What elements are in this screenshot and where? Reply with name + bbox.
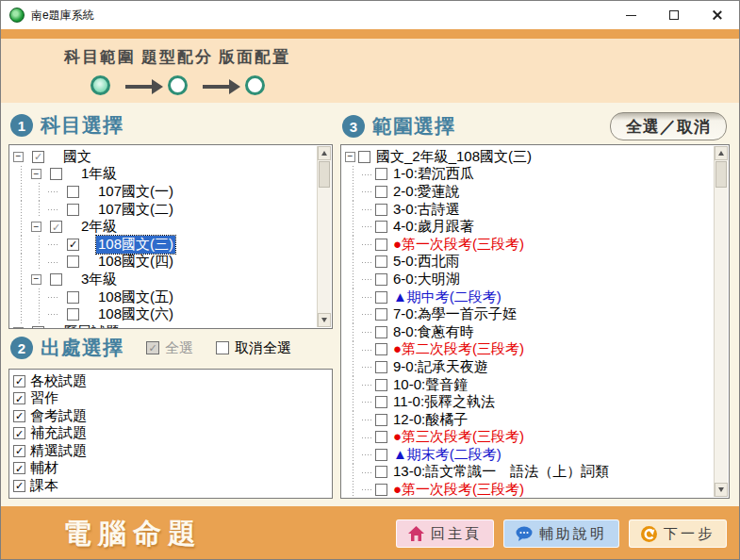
tree-node-row[interactable]: 107國文(二) — [12, 201, 317, 219]
tree-node-label[interactable]: 2年級 — [79, 218, 119, 236]
list-item-label[interactable]: 會考試題 — [30, 407, 87, 425]
tree-node-row[interactable]: 10-0:聲音鐘 — [344, 376, 714, 394]
tree-node-label[interactable]: ▲期中考(二段考) — [391, 288, 503, 306]
list-item[interactable]: ✓習作 — [13, 390, 328, 408]
checkbox-icon[interactable] — [375, 255, 387, 268]
checkbox-icon[interactable] — [50, 273, 62, 286]
list-item[interactable]: ✓補充試題 — [13, 425, 328, 443]
list-item-label[interactable]: 精選試題 — [30, 442, 87, 460]
list-item[interactable]: ✓各校試題 — [13, 372, 328, 390]
collapse-icon[interactable]: − — [31, 169, 41, 179]
checkbox-icon[interactable] — [375, 343, 387, 355]
tree-node-row[interactable]: 8-0:食蔥有時 — [344, 323, 714, 341]
checkbox-icon[interactable] — [375, 361, 387, 373]
tree-node-row[interactable]: ●第二次段考(三段考) — [344, 341, 714, 359]
checkbox-icon[interactable] — [358, 151, 370, 163]
checkbox-icon[interactable] — [50, 168, 62, 180]
checkbox-icon[interactable] — [375, 414, 387, 426]
checkbox-icon[interactable]: ✓ — [13, 427, 25, 439]
checkbox-icon[interactable] — [375, 239, 387, 251]
checkbox-icon[interactable] — [375, 291, 387, 304]
checkbox-icon[interactable]: ✓ — [13, 462, 25, 474]
close-button[interactable] — [696, 1, 739, 29]
tree-node-label[interactable]: 5-0:西北雨 — [391, 253, 462, 271]
tree-node-row[interactable]: 107國文(一) — [12, 183, 317, 201]
list-item[interactable]: ✓課本 — [13, 477, 328, 495]
minimize-button[interactable] — [609, 1, 652, 29]
collapse-icon[interactable]: − — [13, 152, 24, 162]
list-item-label[interactable]: 輔材 — [30, 459, 58, 477]
checkbox-icon[interactable] — [375, 186, 387, 198]
checkbox-icon[interactable]: ✓ — [32, 151, 44, 163]
tree-node-label[interactable]: 11-0:張釋之執法 — [391, 393, 497, 411]
tree-node-label[interactable]: ●第一次段考(三段考) — [391, 236, 526, 254]
checkbox-icon[interactable]: ✓ — [13, 445, 25, 457]
list-item-label[interactable]: 各校試題 — [30, 372, 87, 390]
deselect-all-checkbox[interactable]: 取消全選 — [216, 339, 291, 357]
tree-node-row[interactable]: ●第三次段考(三段考) — [344, 429, 714, 447]
tree-node-row[interactable]: −✓國文 — [12, 148, 317, 166]
tree-node-label[interactable]: 1-0:碧沉西瓜 — [391, 165, 476, 183]
checkbox-icon[interactable] — [375, 308, 387, 321]
checkbox-icon[interactable] — [375, 221, 387, 233]
maximize-button[interactable] — [652, 1, 696, 29]
tree-node-row[interactable]: 2-0:愛蓮說 — [344, 183, 714, 201]
checkbox-icon[interactable] — [375, 396, 387, 408]
tree-node-label[interactable]: 1年級 — [79, 165, 119, 183]
tree-node-label[interactable]: 107國文(一) — [96, 183, 175, 201]
tree-node-label[interactable]: 國文_2年級_108國文(三) — [374, 148, 534, 166]
tree-node-row[interactable]: −3年級 — [12, 271, 317, 288]
checkbox-icon[interactable] — [375, 466, 387, 478]
home-button[interactable]: 回主頁 — [396, 519, 494, 548]
tree-node-row[interactable]: ✓108國文(三) — [12, 236, 317, 254]
checkbox-icon[interactable] — [67, 308, 79, 321]
next-step-button[interactable]: 下一步 — [629, 519, 727, 548]
checkbox-icon[interactable] — [375, 168, 387, 180]
list-item[interactable]: ✓輔材 — [13, 460, 328, 478]
tree-node-label[interactable]: 108國文(五) — [96, 288, 175, 306]
checkbox-icon[interactable] — [375, 379, 387, 391]
tree-node-row[interactable]: −✓2年級 — [12, 218, 317, 236]
select-all-checkbox[interactable]: ✓ 全選 — [146, 339, 193, 357]
tree-node-label[interactable]: 108國文(六) — [96, 305, 175, 323]
checkbox-icon[interactable] — [375, 449, 387, 461]
tree-node-row[interactable]: 7-0:為學一首示子姪 — [344, 305, 714, 323]
tree-node-label[interactable]: ●第二次段考(三段考) — [391, 340, 526, 358]
tree-node-row[interactable]: 13-0:語文常識一 語法（上）詞類 — [344, 464, 714, 482]
checkbox-icon[interactable]: ✓ — [13, 480, 25, 492]
checkbox-icon[interactable]: ✓ — [13, 392, 25, 404]
tree-node-label[interactable]: 13-0:語文常識一 語法（上）詞類 — [391, 463, 611, 481]
tree-node-label[interactable]: 2-0:愛蓮說 — [391, 183, 462, 201]
help-button[interactable]: 輔助說明 — [503, 519, 619, 548]
tree-node-row[interactable]: ▲期末考(二段考) — [344, 446, 714, 464]
tree-node-label[interactable]: 12-0:酸橘子 — [391, 411, 469, 429]
checkbox-icon[interactable]: ✓ — [13, 410, 25, 422]
tree-node-label[interactable]: 國文 — [61, 148, 93, 166]
subject-tree-scrollbar[interactable] — [317, 146, 331, 327]
expand-icon[interactable]: + — [13, 327, 24, 329]
checkbox-icon[interactable] — [375, 484, 387, 496]
list-item[interactable]: ✓精選試題 — [13, 442, 328, 460]
tree-node-label[interactable]: ●第三次段考(三段考) — [391, 428, 526, 446]
tree-node-label[interactable]: ▲期末考(二段考) — [391, 446, 503, 464]
tree-node-label[interactable]: 107國文(二) — [96, 201, 175, 219]
tree-node-row[interactable]: 108國文(四) — [12, 254, 317, 272]
list-item-label[interactable]: 習作 — [30, 389, 58, 407]
tree-node-label[interactable]: 3-0:古詩選 — [391, 201, 462, 219]
scrollbar-thumb[interactable] — [715, 161, 727, 188]
checkbox-icon[interactable] — [375, 431, 387, 443]
checkbox-icon[interactable] — [67, 186, 79, 198]
checkbox-icon[interactable]: ✓ — [50, 221, 62, 233]
tree-node-row[interactable]: +歷屆試題 — [12, 323, 317, 329]
tree-node-label[interactable]: 4-0:歲月跟著 — [391, 218, 476, 236]
tree-node-row[interactable]: 3-0:古詩選 — [344, 201, 714, 219]
tree-node-row[interactable]: 5-0:西北雨 — [344, 254, 714, 272]
tree-node-label[interactable]: 6-0:大明湖 — [391, 271, 462, 288]
tree-node-label[interactable]: 108國文(四) — [96, 253, 175, 271]
tree-node-label[interactable]: 歷屆試題 — [61, 323, 122, 329]
tree-node-row[interactable]: −1年級 — [12, 166, 317, 184]
collapse-icon[interactable]: − — [345, 152, 355, 162]
range-tree-scrollbar[interactable] — [714, 146, 728, 497]
tree-node-row[interactable]: 108國文(六) — [12, 305, 317, 323]
checkbox-icon[interactable]: ✓ — [13, 375, 25, 387]
